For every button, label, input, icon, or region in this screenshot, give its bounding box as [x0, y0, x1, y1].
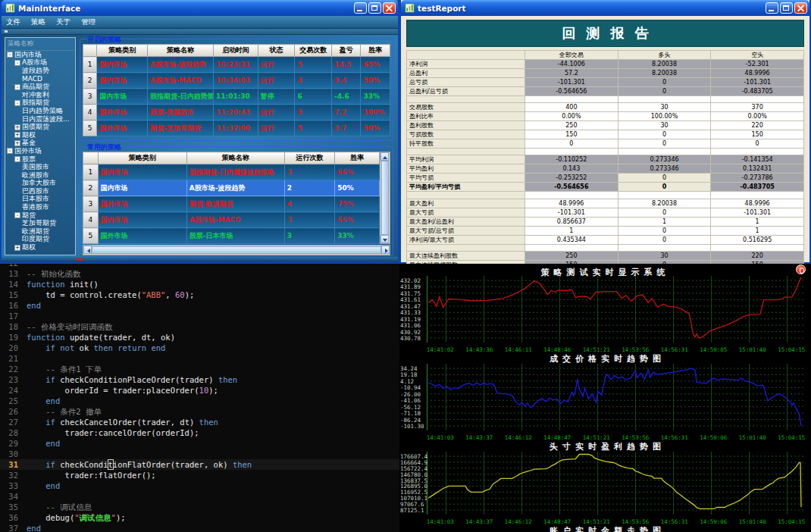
- expand-icon[interactable]: +: [14, 124, 20, 130]
- report-row: 最大连续盈利股数25030220: [407, 251, 804, 260]
- menu-item-2[interactable]: 策略: [31, 17, 45, 27]
- code-line[interactable]: 32 trader:flatOrder();: [0, 470, 399, 480]
- table-row[interactable]: 3国外市场期货-欧洲期货475%: [83, 196, 380, 212]
- close-button[interactable]: [794, 2, 807, 14]
- x-tick-label: 15:04:15: [772, 434, 811, 442]
- strategy-table: 策略类别策略名称启动时间状态交易次数盈亏胜率1国内市场A股市场-波段趋势10:2…: [83, 44, 390, 136]
- code-line[interactable]: 36 debug("调试信息");: [0, 512, 399, 523]
- code-line[interactable]: 20 if not ok then return end: [0, 343, 399, 353]
- menu-item-1[interactable]: 文件: [6, 17, 20, 27]
- code-editor[interactable]: 1213-- 初始化函数14function init()15 td = con…: [0, 264, 399, 532]
- scroll-right-button[interactable]: [381, 246, 390, 254]
- vertical-scrollbar[interactable]: [380, 152, 390, 244]
- minimize-button[interactable]: [766, 2, 778, 14]
- code-line[interactable]: 15 td = control.create("ABB", 60);: [0, 289, 399, 300]
- metric-value: -44.1006: [525, 60, 618, 69]
- code-line[interactable]: 28 trader:cancelOrder(orderId);: [0, 427, 399, 438]
- code-line[interactable]: 34: [0, 491, 399, 502]
- menu-bar: 文件策略关于管理: [2, 16, 398, 29]
- table-row[interactable]: 5国外市场股票-日本市场333%: [83, 228, 380, 244]
- maximize-button[interactable]: [368, 2, 381, 14]
- code-line[interactable]: 18-- 价格变动时回调函数: [0, 321, 399, 332]
- metric-value: -101.301: [525, 208, 618, 217]
- toolbar-grip[interactable]: [5, 30, 8, 33]
- code-line[interactable]: 25 end: [0, 396, 399, 406]
- report-row: 持平股数000: [407, 139, 804, 149]
- tree-item[interactable]: 印度期货: [5, 236, 75, 244]
- tree-item[interactable]: 香港股市: [5, 203, 75, 211]
- column-header: 策略名称: [148, 45, 214, 57]
- table-row[interactable]: 1国内市场股指期货-日内震荡波段策略366%: [83, 164, 380, 180]
- title-bar[interactable]: MainInterface: [2, 0, 398, 16]
- tree-item[interactable]: +国债期货: [5, 123, 75, 131]
- y-tick-label: -101.30: [400, 423, 424, 430]
- table-cell: 期货-芝加哥期货: [148, 120, 214, 136]
- metric-label: [407, 149, 525, 155]
- title-bar[interactable]: testReport: [401, 0, 809, 16]
- tree-item[interactable]: 波段趋势: [5, 67, 75, 75]
- collapse-icon[interactable]: -: [14, 212, 20, 218]
- table-cell: 65%: [361, 57, 390, 73]
- table-cell: 股票-美国股市: [148, 105, 214, 120]
- tree-item[interactable]: +期权: [5, 243, 75, 252]
- code-line[interactable]: 24 orderId = trader:placeOrder(10);: [0, 385, 399, 396]
- collapse-icon[interactable]: -: [14, 156, 20, 162]
- menu-item-4[interactable]: 管理: [81, 17, 96, 27]
- code-line[interactable]: 33 end: [0, 480, 399, 491]
- code-line[interactable]: 13-- 初始化函数: [0, 268, 399, 279]
- table-row[interactable]: 4国外市场股票-美国股市11:20:43运行37.2100%: [83, 105, 390, 120]
- line-number: 34: [0, 491, 18, 502]
- x-tick-label: 14:59:05: [694, 346, 734, 354]
- table-row[interactable]: 4国内市场A股市场-MACD366%: [83, 212, 380, 228]
- expand-icon[interactable]: +: [14, 132, 20, 138]
- report-row: 最大盈利48.99968.2003848.9996: [407, 199, 804, 208]
- expand-icon[interactable]: +: [14, 140, 20, 146]
- collapse-icon[interactable]: -: [14, 60, 20, 66]
- metric-value: 48.9996: [711, 69, 804, 78]
- panel-close-button[interactable]: [796, 264, 806, 274]
- table-header-row: 策略类别策略名称运行次数胜率: [83, 152, 380, 164]
- tree-item[interactable]: +期权: [5, 131, 75, 139]
- table-row[interactable]: 3国内市场股指期货-日内趋势策略11:01:30暂停6-4.633%: [83, 89, 390, 105]
- collapse-icon[interactable]: -: [7, 148, 13, 154]
- code-line[interactable]: 31 if checkConditionFlatOrder(trader, ok…: [0, 459, 399, 470]
- code-line[interactable]: 22 -- 条件1 下单: [0, 364, 399, 374]
- maximize-button[interactable]: [780, 2, 793, 14]
- code-line[interactable]: 29 end: [0, 438, 399, 449]
- expand-icon[interactable]: +: [14, 245, 20, 251]
- metric-label: 亏损股数: [407, 130, 525, 139]
- horizontal-scrollbar[interactable]: [83, 245, 390, 255]
- collapse-icon[interactable]: -: [14, 84, 20, 90]
- code-line[interactable]: 19function update(trader, dt, ok): [0, 332, 399, 343]
- code-line[interactable]: 21: [0, 353, 399, 364]
- scroll-left-button[interactable]: [83, 246, 92, 254]
- code-line[interactable]: 17: [0, 311, 399, 321]
- code-line[interactable]: 14function init(): [0, 279, 399, 289]
- table-row[interactable]: 5国外市场期货-芝加哥期货11:32:00运行53.750%: [83, 120, 390, 136]
- scroll-up-button[interactable]: [380, 152, 389, 161]
- scroll-thumb[interactable]: [381, 161, 389, 235]
- minimize-button[interactable]: [354, 2, 367, 14]
- table-row[interactable]: 1国内市场A股市场-波段趋势10:23:31运行514.565%: [83, 57, 390, 73]
- row-number-cell: 3: [83, 196, 99, 212]
- code-line[interactable]: 23 if checkConditionPlaceOrder(trader) t…: [0, 374, 399, 385]
- tree-item[interactable]: -国外市场: [5, 147, 75, 155]
- table-cell: 66%: [335, 164, 380, 180]
- report-row: 亏损股数1500150: [407, 130, 804, 139]
- code-line[interactable]: 26 -- 条件2 撤单: [0, 406, 399, 417]
- code-line[interactable]: 37end: [0, 523, 399, 532]
- metric-value: 8.20038: [618, 69, 711, 78]
- table-row[interactable]: 2国内市场A股市场-波段趋势250%: [83, 180, 380, 196]
- code-line[interactable]: 16end: [0, 300, 399, 311]
- code-line[interactable]: 27 if checkCancelOrder(trader, dt) then: [0, 417, 399, 427]
- table-row[interactable]: 2国内市场A股市场-MACD10:34:03运行43.450%: [83, 73, 390, 89]
- code-line[interactable]: 35 -- 调试信息: [0, 502, 399, 512]
- collapse-icon[interactable]: -: [7, 52, 13, 58]
- code-line[interactable]: 30: [0, 449, 399, 459]
- scroll-thumb[interactable]: [92, 246, 381, 254]
- menu-item-3[interactable]: 关于: [56, 17, 70, 27]
- column-header: 策略类别: [97, 45, 148, 57]
- collapse-icon[interactable]: -: [14, 100, 20, 106]
- scroll-down-button[interactable]: [380, 235, 389, 243]
- close-button[interactable]: [383, 2, 396, 14]
